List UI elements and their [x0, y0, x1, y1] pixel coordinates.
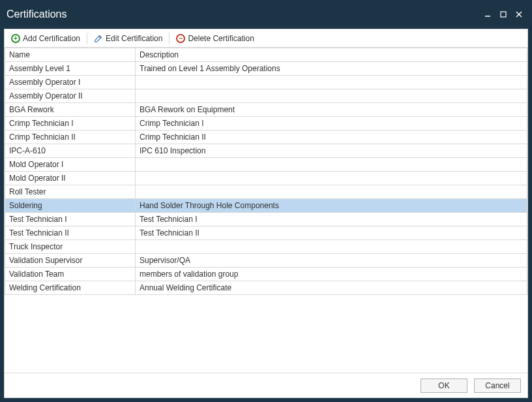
table-row[interactable]: Mold Operator II [5, 172, 527, 185]
table-row[interactable]: Validation SupervisorSupervisor/QA [5, 254, 527, 268]
cell-name: Test Technician II [5, 226, 136, 240]
cell-description [136, 240, 527, 254]
close-button[interactable] [512, 8, 525, 21]
cell-name: Roll Tester [5, 185, 136, 199]
cell-description: members of validation group [136, 268, 527, 281]
cell-name: Validation Supervisor [5, 254, 136, 268]
toolbar: + Add Certification Edit Certification −… [5, 29, 527, 48]
cell-description [136, 172, 527, 185]
dialog-footer: OK Cancel [5, 373, 527, 397]
cell-name: Assembly Operator II [5, 89, 136, 103]
cell-name: Mold Operator II [5, 172, 136, 185]
cell-description: IPC 610 Inspection [136, 144, 527, 158]
table-row[interactable]: Welding CertificationAnnual Welding Cert… [5, 281, 527, 295]
add-label: Add Certification [23, 34, 80, 43]
cell-name: Crimp Technician I [5, 117, 136, 131]
toolbar-separator [169, 33, 170, 44]
edit-certification-button[interactable]: Edit Certification [90, 33, 166, 44]
add-certification-button[interactable]: + Add Certification [7, 33, 84, 44]
delete-icon: − [176, 34, 185, 43]
cell-name: Mold Operator I [5, 158, 136, 172]
cell-description: Test Technician I [136, 213, 527, 226]
cell-name: Assembly Operator I [5, 76, 136, 89]
delete-certification-button[interactable]: − Delete Certification [172, 33, 258, 44]
cell-description: Crimp Technician I [136, 117, 527, 131]
cell-description [136, 158, 527, 172]
toolbar-separator [87, 33, 87, 44]
add-icon: + [11, 34, 20, 43]
table-row[interactable]: SolderingHand Solder Through Hole Compon… [5, 199, 527, 213]
table-row[interactable]: IPC-A-610IPC 610 Inspection [5, 144, 527, 158]
cell-description [136, 76, 527, 89]
table-row[interactable]: Assembly Operator II [5, 89, 527, 103]
certifications-table: Name Description Assembly Level 1Trained… [5, 48, 527, 295]
edit-label: Edit Certification [106, 34, 162, 43]
table-row[interactable]: Test Technician IITest Technician II [5, 226, 527, 240]
table-area: Name Description Assembly Level 1Trained… [5, 48, 527, 373]
svg-rect-0 [485, 16, 490, 17]
table-row[interactable]: Assembly Operator I [5, 76, 527, 89]
cell-description: Test Technician II [136, 226, 527, 240]
cell-name: Crimp Technician II [5, 131, 136, 144]
column-header-name[interactable]: Name [5, 48, 136, 62]
minimize-button[interactable] [481, 8, 494, 21]
cell-description: Crimp Technician II [136, 131, 527, 144]
delete-label: Delete Certification [188, 34, 254, 43]
cell-description [136, 185, 527, 199]
table-row[interactable]: Crimp Technician ICrimp Technician I [5, 117, 527, 131]
cell-name: Welding Certification [5, 281, 136, 295]
maximize-button[interactable] [497, 8, 510, 21]
cell-description [136, 89, 527, 103]
table-row[interactable]: Test Technician ITest Technician I [5, 213, 527, 226]
table-row[interactable]: Crimp Technician IICrimp Technician II [5, 131, 527, 144]
table-row[interactable]: Truck Inspector [5, 240, 527, 254]
column-header-description[interactable]: Description [136, 48, 527, 62]
titlebar: Certifications [0, 0, 532, 29]
cell-description: Hand Solder Through Hole Components [136, 199, 527, 213]
cell-name: IPC-A-610 [5, 144, 136, 158]
table-row[interactable]: Mold Operator I [5, 158, 527, 172]
cell-description: Supervisor/QA [136, 254, 527, 268]
cell-name: Assembly Level 1 [5, 62, 136, 76]
table-row[interactable]: Roll Tester [5, 185, 527, 199]
cell-name: Soldering [5, 199, 136, 213]
cell-description: Annual Welding Certificate [136, 281, 527, 295]
content-area: + Add Certification Edit Certification −… [4, 29, 528, 398]
table-row[interactable]: BGA ReworkBGA Rework on Equipment [5, 103, 527, 117]
table-row[interactable]: Assembly Level 1Trained on Level 1 Assem… [5, 62, 527, 76]
window-title: Certifications [7, 8, 479, 20]
cancel-button[interactable]: Cancel [474, 379, 521, 393]
cell-name: Test Technician I [5, 213, 136, 226]
ok-button[interactable]: OK [421, 379, 467, 393]
table-row[interactable]: Validation Teammembers of validation gro… [5, 268, 527, 281]
edit-icon [94, 34, 103, 43]
cell-description: Trained on Level 1 Assembly Operations [136, 62, 527, 76]
cell-name: Validation Team [5, 268, 136, 281]
table-header-row: Name Description [5, 48, 527, 62]
cell-description: BGA Rework on Equipment [136, 103, 527, 117]
svg-rect-1 [501, 12, 506, 17]
cell-name: BGA Rework [5, 103, 136, 117]
cell-name: Truck Inspector [5, 240, 136, 254]
